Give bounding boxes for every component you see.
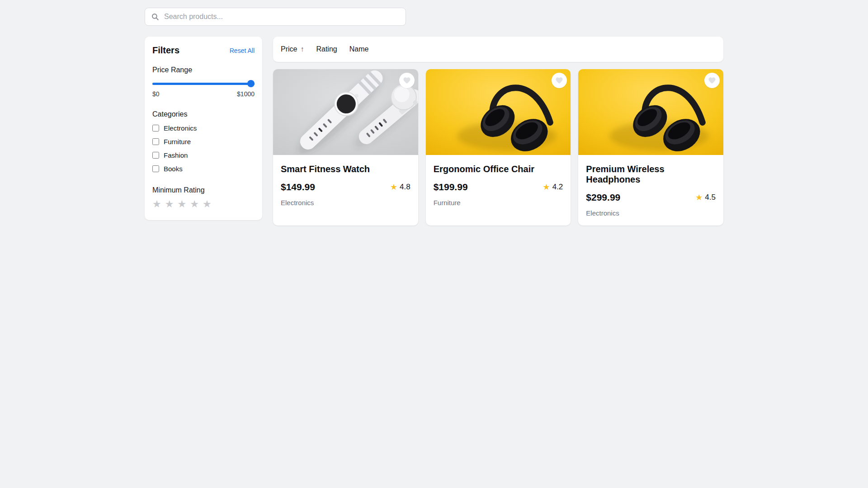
checkbox-books[interactable] bbox=[152, 165, 159, 172]
product-grid: Smart Fitness Watch $149.99 ★ 4.8 Electr… bbox=[273, 69, 723, 225]
sort-name-label: Name bbox=[349, 45, 369, 53]
product-card-smart-fitness-watch[interactable]: Smart Fitness Watch $149.99 ★ 4.8 Electr… bbox=[273, 69, 418, 225]
category-checkbox-fashion[interactable]: Fashion bbox=[152, 151, 255, 159]
min-rating-star-5-icon[interactable]: ★ bbox=[203, 199, 212, 209]
sort-by-rating-button[interactable]: Rating bbox=[316, 45, 337, 53]
category-checkbox-electronics[interactable]: Electronics bbox=[152, 124, 255, 132]
price-rating-row: $199.99 ★ 4.2 bbox=[434, 182, 563, 192]
product-image-headphones bbox=[426, 69, 571, 155]
sort-by-name-button[interactable]: Name bbox=[349, 45, 369, 53]
product-title: Ergonomic Office Chair bbox=[434, 164, 563, 174]
category-checkbox-furniture[interactable]: Furniture bbox=[152, 138, 255, 145]
filters-header: Filters Reset All bbox=[152, 45, 255, 56]
sort-by-price-button[interactable]: Price ↑ bbox=[281, 45, 304, 53]
product-image-smartwatch bbox=[273, 69, 418, 155]
search-bar bbox=[145, 8, 406, 26]
page-container: Filters Reset All Price Range $0 $1000 C… bbox=[145, 0, 723, 225]
favorite-button[interactable] bbox=[399, 73, 415, 88]
category-checkbox-books[interactable]: Books bbox=[152, 165, 255, 173]
price-range-slider[interactable] bbox=[152, 80, 255, 87]
star-icon: ★ bbox=[695, 193, 703, 202]
min-rating-star-1-icon[interactable]: ★ bbox=[152, 199, 161, 209]
checkbox-fashion[interactable] bbox=[152, 152, 159, 159]
product-image-headphones bbox=[578, 69, 723, 155]
checkbox-electronics[interactable] bbox=[152, 125, 159, 131]
heart-icon bbox=[555, 76, 563, 84]
product-info: Premium Wireless Headphones $299.99 ★ 4.… bbox=[578, 155, 723, 225]
product-category: Furniture bbox=[434, 199, 563, 206]
product-info: Ergonomic Office Chair $199.99 ★ 4.2 Fur… bbox=[426, 155, 571, 215]
rating-value: 4.8 bbox=[400, 183, 410, 192]
headphones-photo bbox=[578, 69, 723, 155]
category-option-label: Books bbox=[164, 165, 183, 173]
filters-title: Filters bbox=[152, 45, 179, 56]
product-category: Electronics bbox=[586, 209, 716, 217]
product-title: Smart Fitness Watch bbox=[281, 164, 410, 174]
price-range-label: Price Range bbox=[152, 66, 255, 74]
favorite-button[interactable] bbox=[704, 73, 720, 88]
sort-price-label: Price bbox=[281, 45, 297, 53]
product-category: Electronics bbox=[281, 199, 410, 206]
minimum-rating-stars: ★ ★ ★ ★ ★ bbox=[152, 199, 255, 209]
min-rating-star-2-icon[interactable]: ★ bbox=[165, 199, 174, 209]
product-card-premium-wireless-headphones[interactable]: Premium Wireless Headphones $299.99 ★ 4.… bbox=[578, 69, 723, 225]
arrow-up-icon: ↑ bbox=[300, 45, 304, 53]
headphones-photo bbox=[426, 69, 571, 155]
star-icon: ★ bbox=[543, 183, 550, 191]
sort-rating-label: Rating bbox=[316, 45, 337, 53]
category-option-label: Furniture bbox=[164, 138, 191, 145]
price-max-label: $1000 bbox=[237, 90, 255, 98]
category-option-label: Electronics bbox=[164, 124, 197, 132]
rating-value: 4.2 bbox=[552, 183, 563, 192]
search-input[interactable] bbox=[163, 12, 400, 21]
heart-icon bbox=[708, 76, 716, 84]
price-range-values: $0 $1000 bbox=[152, 90, 255, 98]
product-card-ergonomic-office-chair[interactable]: Ergonomic Office Chair $199.99 ★ 4.2 Fur… bbox=[426, 69, 571, 225]
product-price: $149.99 bbox=[281, 182, 315, 192]
product-price: $199.99 bbox=[434, 182, 468, 192]
content-layout: Filters Reset All Price Range $0 $1000 C… bbox=[145, 37, 723, 225]
product-title: Premium Wireless Headphones bbox=[586, 164, 716, 185]
product-rating: ★ 4.8 bbox=[390, 183, 410, 192]
product-info: Smart Fitness Watch $149.99 ★ 4.8 Electr… bbox=[273, 155, 418, 215]
price-rating-row: $299.99 ★ 4.5 bbox=[586, 192, 716, 203]
product-rating: ★ 4.2 bbox=[543, 183, 563, 192]
heart-icon bbox=[403, 76, 411, 84]
smartwatch-photo bbox=[273, 69, 418, 155]
product-rating: ★ 4.5 bbox=[695, 193, 716, 202]
star-icon: ★ bbox=[390, 183, 397, 191]
checkbox-furniture[interactable] bbox=[152, 138, 159, 145]
categories-label: Categories bbox=[152, 110, 255, 118]
category-option-label: Fashion bbox=[164, 151, 188, 159]
main-area: Price ↑ Rating Name bbox=[273, 37, 723, 225]
sort-bar: Price ↑ Rating Name bbox=[273, 37, 723, 62]
filters-panel: Filters Reset All Price Range $0 $1000 C… bbox=[145, 37, 262, 220]
product-price: $299.99 bbox=[586, 192, 620, 203]
reset-all-button[interactable]: Reset All bbox=[230, 47, 255, 54]
min-rating-star-3-icon[interactable]: ★ bbox=[177, 199, 186, 209]
price-min-label: $0 bbox=[152, 90, 160, 98]
min-rating-star-4-icon[interactable]: ★ bbox=[190, 199, 199, 209]
price-rating-row: $149.99 ★ 4.8 bbox=[281, 182, 410, 192]
minimum-rating-label: Minimum Rating bbox=[152, 186, 255, 194]
search-icon bbox=[151, 13, 159, 21]
rating-value: 4.5 bbox=[705, 193, 716, 202]
